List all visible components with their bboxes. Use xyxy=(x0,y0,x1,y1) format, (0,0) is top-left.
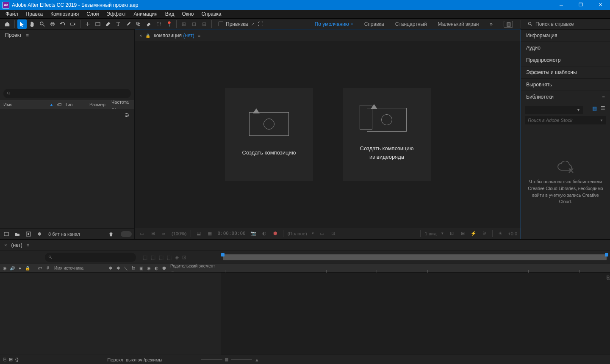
view-axis-tool[interactable]: ⊟ xyxy=(200,19,209,29)
col-name[interactable]: Имя▲ xyxy=(3,102,53,107)
timeline-tracks-area[interactable]: ⎘ xyxy=(221,273,610,355)
new-comp-icon[interactable] xyxy=(25,230,32,238)
timeline-nav-start-handle[interactable] xyxy=(221,253,225,256)
menu-edit[interactable]: Правка xyxy=(22,11,47,17)
menu-view[interactable]: Вид xyxy=(161,11,178,17)
view2-icon[interactable]: ⊞ xyxy=(459,230,466,237)
minimize-button[interactable]: ─ xyxy=(552,0,571,10)
orbit-tool[interactable] xyxy=(48,19,57,29)
flowchart-icon[interactable]: ⚞ xyxy=(125,112,130,119)
col-size[interactable]: Размер xyxy=(89,102,108,107)
comp-tab-label[interactable]: композиция (нет) xyxy=(154,33,194,39)
home-button[interactable] xyxy=(3,19,12,29)
workspace-standard[interactable]: Стандартный xyxy=(395,21,427,27)
text-tool[interactable]: T xyxy=(114,19,123,29)
tl-col-source[interactable]: Имя источника xyxy=(53,266,106,270)
zoom-value[interactable]: (100%) xyxy=(172,231,186,236)
timeline-nav-end-handle[interactable] xyxy=(605,253,608,256)
library-dropdown[interactable]: ▼ xyxy=(525,106,583,114)
workspace-small[interactable]: Маленький экран xyxy=(438,21,479,27)
menu-help[interactable]: Справка xyxy=(197,11,225,17)
bit-depth-label[interactable]: 8 бит на канал xyxy=(48,232,104,237)
project-toggle[interactable] xyxy=(121,231,132,237)
views-dropdown[interactable]: 1 вид xyxy=(425,231,437,236)
transparency-icon[interactable]: ▦ xyxy=(206,230,213,237)
timeline-edge-icon[interactable]: ⎘ xyxy=(607,274,610,281)
tl-col-audio-icon[interactable]: 🔊 xyxy=(9,265,15,271)
menu-file[interactable]: Файл xyxy=(2,11,22,17)
workspace-more-icon[interactable]: » xyxy=(490,21,493,27)
help-search-input[interactable]: Поиск в справке xyxy=(535,20,607,28)
timeline-panel-menu-icon[interactable]: ≡ xyxy=(27,243,29,248)
close-button[interactable]: ✕ xyxy=(591,0,610,10)
hand-tool[interactable] xyxy=(28,19,37,29)
col-freq[interactable]: Частота … xyxy=(111,99,131,110)
menu-animation[interactable]: Анимация xyxy=(130,11,161,17)
tl-col-solo-icon[interactable]: ● xyxy=(17,265,23,271)
info-panel-header[interactable]: Информация xyxy=(521,30,610,42)
menu-composition[interactable]: Композиция xyxy=(47,11,83,17)
tl-sw8-icon[interactable]: ⬢ xyxy=(161,265,167,271)
view4-icon[interactable]: ⚞ xyxy=(481,230,488,237)
snap-icon[interactable]: ⟋ xyxy=(250,21,255,27)
tl-comp-icon[interactable]: ⬚ xyxy=(143,254,147,260)
tl-sw6-icon[interactable]: ◉ xyxy=(146,265,152,271)
tl-col-visibility-icon[interactable]: ◉ xyxy=(2,265,8,271)
project-search[interactable] xyxy=(3,89,131,98)
timeline-navigator[interactable] xyxy=(221,251,610,264)
help-search[interactable]: Поиск в справке xyxy=(528,20,607,28)
workspace-default[interactable]: По умолчанию xyxy=(315,21,349,27)
channel-icon[interactable]: ◐ xyxy=(261,230,268,237)
tl-shy-icon[interactable]: ⬚ xyxy=(151,254,155,260)
clone-tool[interactable] xyxy=(134,19,143,29)
view3-icon[interactable]: ⚡ xyxy=(470,230,477,237)
workspace-sort-icon[interactable]: ≡ xyxy=(351,22,353,26)
workspace-help[interactable]: Справка xyxy=(364,21,384,27)
tag-icon[interactable]: 🏷 xyxy=(57,102,61,107)
tl-sw2-icon[interactable]: ✱ xyxy=(115,265,121,271)
timeline-tab-label[interactable]: (нет) xyxy=(11,242,22,248)
brush-tool[interactable] xyxy=(124,19,133,29)
new-folder-icon[interactable] xyxy=(14,230,21,238)
quality-dropdown[interactable]: (Полное) xyxy=(288,231,307,236)
exposure-reset-icon[interactable]: ☀ xyxy=(497,230,504,237)
zoom-tool[interactable] xyxy=(38,19,47,29)
grid-icon[interactable]: ⊞ xyxy=(150,230,156,237)
color-icon[interactable]: ⬢ xyxy=(272,230,279,237)
menu-window[interactable]: Окно xyxy=(178,11,197,17)
trash-icon[interactable] xyxy=(107,230,115,238)
comp-panel-menu-icon[interactable]: ≡ xyxy=(198,33,200,38)
tl-sw7-icon[interactable]: ◐ xyxy=(153,265,159,271)
bit-depth-icon[interactable]: ⬢ xyxy=(36,230,43,238)
roto-tool[interactable] xyxy=(154,19,164,29)
sb-expand-icon[interactable]: ⎘ xyxy=(3,357,6,362)
puppet-tool[interactable]: 📍 xyxy=(164,19,174,29)
anchor-tool[interactable]: ✛ xyxy=(83,19,92,29)
library-search[interactable]: Поиск в Adobe Stock▼ xyxy=(525,116,606,124)
world-axis-tool[interactable]: ⊡ xyxy=(189,19,199,29)
exposure-value[interactable]: +0,0 xyxy=(508,231,517,236)
tl-col-index[interactable]: # xyxy=(45,265,51,271)
camera-tool[interactable] xyxy=(68,19,78,29)
menu-effect[interactable]: Эффект xyxy=(103,11,130,17)
project-panel-menu-icon[interactable]: ≡ xyxy=(26,33,29,38)
snap-expand-icon[interactable]: ⛶ xyxy=(258,21,263,27)
comp-tab-lock-icon[interactable]: 🔒 xyxy=(145,33,150,38)
comp-tab-close-icon[interactable]: × xyxy=(139,33,142,38)
tl-frame-blend-icon[interactable]: ⬚ xyxy=(159,254,164,260)
lib-list-view-icon[interactable]: ☰ xyxy=(600,105,606,111)
libraries-menu-icon[interactable]: ≡ xyxy=(602,94,605,99)
rotate-tool[interactable] xyxy=(58,19,67,29)
res-icon[interactable]: ⬓ xyxy=(195,230,202,237)
align-panel-header[interactable]: Выровнять xyxy=(521,79,610,91)
audio-panel-header[interactable]: Аудио xyxy=(521,42,610,54)
local-axis-tool[interactable]: ⊞ xyxy=(179,19,189,29)
selection-tool[interactable] xyxy=(17,19,27,29)
current-time[interactable]: 0:00:00:00 xyxy=(217,231,245,236)
magnify-icon[interactable]: ▭ xyxy=(139,230,145,237)
menu-layer[interactable]: Слой xyxy=(83,11,103,17)
mask-icon[interactable]: ∞ xyxy=(161,230,167,237)
snap-checkbox[interactable] xyxy=(219,22,223,26)
pen-tool[interactable] xyxy=(103,19,113,29)
region-icon[interactable]: ▭ xyxy=(319,230,325,237)
